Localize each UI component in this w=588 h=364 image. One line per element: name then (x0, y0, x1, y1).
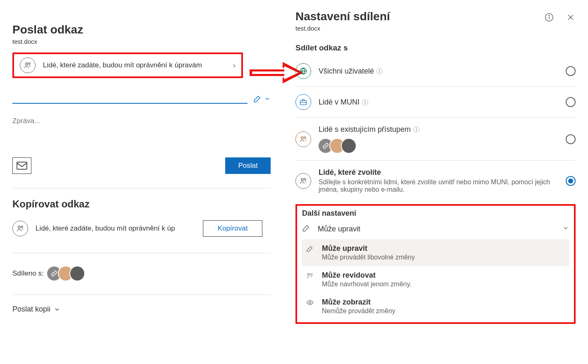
settings-title: Nastavení sdílení (295, 10, 390, 23)
shared-avatars[interactable] (47, 266, 84, 281)
svg-point-15 (304, 136, 306, 138)
mail-icon[interactable] (12, 157, 31, 174)
option-anyone[interactable]: Všichni uživateléi (295, 56, 576, 87)
info-icon: i (362, 99, 368, 105)
option-description: Sdílejte s konkrétními lidmi, které zvol… (319, 178, 558, 193)
message-input[interactable]: Zpráva... (12, 117, 271, 125)
perm-description: Nemůže provádět změny (322, 307, 395, 315)
option-label: Lidé s existujícím přístupem (319, 125, 411, 134)
pencil-icon (302, 224, 310, 234)
existing-avatars (319, 139, 558, 153)
people-icon (295, 173, 311, 189)
copy-link-title: Kopírovat odkaz (12, 198, 271, 210)
filename: test.docx (12, 38, 271, 45)
option-label: Všichni uživatelé (319, 67, 374, 76)
svg-point-18 (308, 274, 310, 276)
svg-point-16 (301, 178, 303, 181)
divider (12, 188, 271, 188)
people-input[interactable] (12, 91, 248, 104)
pencil-icon (305, 245, 314, 252)
option-label: Lidé, které zvolíte (319, 168, 558, 177)
share-with-heading: Sdílet odkaz s (295, 43, 576, 52)
perm-option-edit[interactable]: Může upravit Může provádět libovolné změ… (302, 239, 569, 266)
perm-option-review[interactable]: Může revidovat Může navrhovat jenom změn… (302, 266, 569, 293)
page-title: Poslat odkaz (12, 23, 271, 36)
chevron-down-icon (264, 95, 271, 102)
shared-with-label: Sdíleno s: (12, 269, 44, 278)
option-label: Lidé v MUNI (319, 98, 359, 107)
perm-option-view[interactable]: Může zobrazit Nemůže provádět změny (302, 293, 569, 320)
svg-rect-13 (300, 101, 307, 105)
svg-rect-7 (252, 71, 284, 74)
send-button[interactable]: Poslat (225, 157, 271, 174)
permission-summary-row[interactable]: Lidé, které zadáte, budou mít oprávnění … (12, 52, 243, 78)
copy-summary-text: Lidé, které zadáte, budou mít oprávnění … (36, 224, 195, 233)
info-icon: i (376, 68, 383, 74)
send-link-panel: Poslat odkaz test.docx Lidé, které zadát… (0, 0, 283, 364)
briefcase-icon (295, 94, 311, 110)
perm-title: Může upravit (322, 244, 415, 253)
radio[interactable] (566, 66, 576, 76)
edit-permission-toggle[interactable] (253, 95, 271, 104)
perm-title: Může zobrazit (322, 298, 395, 307)
info-icon[interactable] (544, 12, 554, 22)
people-icon (20, 57, 36, 73)
permission-summary-text: Lidé, které zadáte, budou mít oprávnění … (43, 61, 202, 69)
review-icon (305, 272, 314, 279)
svg-point-17 (304, 178, 306, 180)
svg-rect-2 (17, 162, 27, 169)
more-settings-heading: Další nastavení (302, 209, 569, 218)
send-copy-expander[interactable]: Poslat kopii (12, 305, 271, 314)
svg-point-1 (29, 63, 30, 64)
svg-point-0 (26, 63, 28, 65)
people-icon (295, 131, 311, 147)
people-icon (12, 221, 28, 236)
permission-select[interactable]: Může upravit (302, 220, 569, 238)
avatar (342, 139, 356, 153)
more-settings-box: Další nastavení Může upravit Může upravi… (295, 204, 576, 324)
radio[interactable] (566, 176, 576, 186)
avatar (70, 266, 84, 281)
svg-point-4 (21, 226, 23, 228)
chevron-right-icon: › (233, 61, 236, 70)
option-org[interactable]: Lidé v MUNIi (295, 87, 576, 118)
close-icon[interactable] (566, 12, 576, 22)
pencil-icon (253, 95, 262, 103)
option-specific[interactable]: Lidé, které zvolíte Sdílejte s konkrétní… (295, 161, 576, 201)
perm-description: Může navrhovat jenom změny. (322, 281, 412, 288)
perm-description: Může provádět libovolné změny (322, 254, 415, 261)
radio[interactable] (566, 97, 576, 107)
send-copy-label: Poslat kopii (12, 305, 50, 314)
globe-icon (295, 63, 311, 79)
perm-title: Může revidovat (322, 271, 412, 280)
sharing-settings-panel: Nastavení sdílení test.docx Sdílet odkaz… (283, 0, 588, 364)
chevron-down-icon (54, 306, 60, 313)
selected-permission: Může upravit (318, 225, 360, 233)
permission-dropdown: Může upravit Může provádět libovolné změ… (302, 239, 569, 320)
svg-point-19 (309, 302, 311, 304)
radio[interactable] (566, 134, 576, 144)
info-icon: i (413, 126, 419, 133)
eye-icon (305, 299, 314, 306)
svg-point-14 (301, 137, 303, 139)
chevron-down-icon (562, 225, 569, 233)
svg-point-11 (549, 15, 549, 16)
filename: test.docx (295, 25, 576, 32)
svg-point-3 (18, 226, 20, 228)
copy-button[interactable]: Kopírovat (203, 220, 262, 237)
option-existing[interactable]: Lidé s existujícím přístupemi (295, 118, 576, 161)
